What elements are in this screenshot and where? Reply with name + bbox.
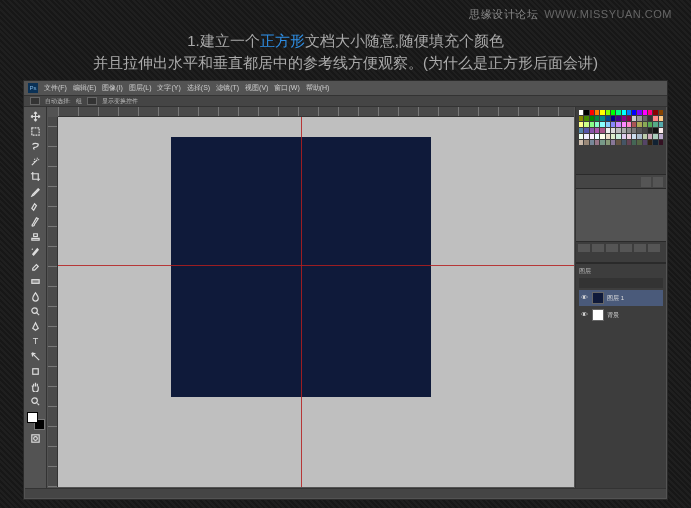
swatch-cell[interactable] (584, 110, 588, 115)
swatch-cell[interactable] (653, 140, 657, 145)
layer-name[interactable]: 图层 1 (607, 294, 624, 303)
swatch-cell[interactable] (600, 134, 604, 139)
menu-image[interactable]: 图像(I) (102, 83, 123, 93)
swatch-cell[interactable] (659, 134, 663, 139)
adj-icon[interactable] (578, 244, 590, 252)
swatch-cell[interactable] (616, 110, 620, 115)
visibility-icon[interactable]: 👁 (581, 294, 589, 302)
ruler-horizontal[interactable] (58, 107, 574, 117)
swatch-cell[interactable] (659, 122, 663, 127)
swatch-cell[interactable] (579, 134, 583, 139)
swatch-cell[interactable] (643, 122, 647, 127)
swatch-cell[interactable] (648, 110, 652, 115)
menu-layer[interactable]: 图层(L) (129, 83, 152, 93)
swatch-cell[interactable] (590, 116, 594, 121)
type-tool-icon[interactable]: T (27, 334, 45, 348)
swatch-cell[interactable] (653, 134, 657, 139)
swatch-cell[interactable] (579, 116, 583, 121)
gradient-tool-icon[interactable] (27, 274, 45, 288)
swatch-cell[interactable] (622, 110, 626, 115)
swatch-cell[interactable] (606, 116, 610, 121)
history-brush-icon[interactable] (27, 244, 45, 258)
menu-type[interactable]: 文字(Y) (157, 83, 180, 93)
swatch-cell[interactable] (611, 116, 615, 121)
swatch-cell[interactable] (653, 122, 657, 127)
swatch-cell[interactable] (584, 140, 588, 145)
layer-thumb-icon[interactable] (592, 292, 604, 304)
layer-row[interactable]: 👁 背景 (579, 307, 663, 323)
swatch-cell[interactable] (579, 128, 583, 133)
menu-help[interactable]: 帮助(H) (306, 83, 330, 93)
swatch-cell[interactable] (622, 140, 626, 145)
swatch-cell[interactable] (584, 134, 588, 139)
swatch-cell[interactable] (637, 128, 641, 133)
heal-tool-icon[interactable] (27, 199, 45, 213)
swatch-cell[interactable] (632, 128, 636, 133)
brush-tool-icon[interactable] (27, 214, 45, 228)
color-swatch-icon[interactable] (27, 412, 45, 430)
visibility-icon[interactable]: 👁 (581, 311, 589, 319)
layer-row[interactable]: 👁 图层 1 (579, 290, 663, 306)
swatch-cell[interactable] (616, 140, 620, 145)
checkbox-icon[interactable] (87, 97, 97, 105)
path-tool-icon[interactable] (27, 349, 45, 363)
layer-name[interactable]: 背景 (607, 311, 619, 320)
swatch-cell[interactable] (627, 140, 631, 145)
swatch-cell[interactable] (590, 140, 594, 145)
crop-tool-icon[interactable] (27, 169, 45, 183)
swatch-cell[interactable] (606, 122, 610, 127)
swatch-cell[interactable] (632, 110, 636, 115)
swatch-cell[interactable] (595, 140, 599, 145)
swatch-cell[interactable] (611, 122, 615, 127)
swatch-cell[interactable] (648, 128, 652, 133)
menu-edit[interactable]: 编辑(E) (73, 83, 96, 93)
swatch-cell[interactable] (590, 128, 594, 133)
dodge-tool-icon[interactable] (27, 304, 45, 318)
swatch-cell[interactable] (600, 140, 604, 145)
swatch-cell[interactable] (606, 134, 610, 139)
eyedropper-tool-icon[interactable] (27, 184, 45, 198)
swatch-cell[interactable] (632, 122, 636, 127)
swatch-cell[interactable] (637, 116, 641, 121)
swatch-cell[interactable] (606, 110, 610, 115)
swatch-cell[interactable] (611, 128, 615, 133)
adj-icon[interactable] (606, 244, 618, 252)
swatch-cell[interactable] (595, 122, 599, 127)
tool-preset-icon[interactable] (30, 97, 40, 105)
swatch-cell[interactable] (648, 134, 652, 139)
eraser-tool-icon[interactable] (27, 259, 45, 273)
swatch-cell[interactable] (595, 134, 599, 139)
guide-horizontal[interactable] (58, 265, 574, 266)
swatch-cell[interactable] (653, 116, 657, 121)
quickmask-icon[interactable] (27, 431, 45, 445)
lasso-tool-icon[interactable] (27, 139, 45, 153)
swatch-cell[interactable] (627, 110, 631, 115)
swatch-cell[interactable] (622, 116, 626, 121)
swatch-cell[interactable] (579, 122, 583, 127)
swatch-cell[interactable] (643, 110, 647, 115)
swatch-cell[interactable] (616, 128, 620, 133)
swatch-cell[interactable] (600, 116, 604, 121)
adj-icon[interactable] (620, 244, 632, 252)
wand-tool-icon[interactable] (27, 154, 45, 168)
menu-filter[interactable]: 滤镜(T) (216, 83, 239, 93)
swatch-cell[interactable] (643, 140, 647, 145)
adj-icon[interactable] (592, 244, 604, 252)
swatch-cell[interactable] (632, 134, 636, 139)
swatch-cell[interactable] (600, 110, 604, 115)
hand-tool-icon[interactable] (27, 379, 45, 393)
swatch-cell[interactable] (595, 116, 599, 121)
swatch-cell[interactable] (637, 134, 641, 139)
swatch-cell[interactable] (627, 116, 631, 121)
menu-window[interactable]: 窗口(W) (274, 83, 299, 93)
swatch-cell[interactable] (659, 128, 663, 133)
swatch-cell[interactable] (600, 122, 604, 127)
swatch-cell[interactable] (643, 116, 647, 121)
panel-icon[interactable] (641, 177, 651, 187)
swatch-cell[interactable] (579, 110, 583, 115)
swatch-cell[interactable] (659, 116, 663, 121)
swatch-cell[interactable] (627, 134, 631, 139)
swatch-cell[interactable] (637, 110, 641, 115)
opt-autoselect-value[interactable]: 组 (76, 97, 82, 106)
blur-tool-icon[interactable] (27, 289, 45, 303)
